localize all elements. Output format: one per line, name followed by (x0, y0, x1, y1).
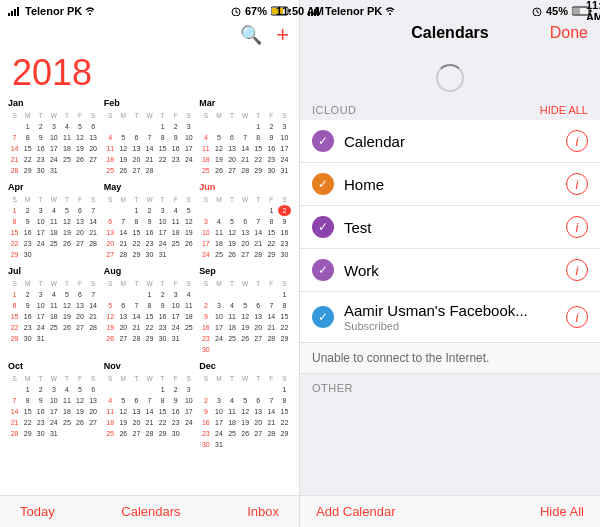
cal-day[interactable]: 9 (169, 132, 182, 143)
cal-day[interactable]: 13 (252, 311, 265, 322)
cal-day[interactable]: 2 (265, 121, 278, 132)
cal-day[interactable]: 30 (199, 344, 212, 355)
cal-day[interactable]: 27 (252, 333, 265, 344)
cal-day[interactable]: 11 (226, 311, 239, 322)
cal-day[interactable] (117, 205, 130, 216)
cal-day[interactable]: 20 (117, 322, 130, 333)
cal-day[interactable]: 14 (8, 143, 21, 154)
cal-day[interactable]: 27 (87, 154, 100, 165)
cal-day[interactable]: 22 (156, 154, 169, 165)
cal-day[interactable]: 5 (239, 395, 252, 406)
cal-day[interactable]: 5 (73, 121, 86, 132)
cal-day[interactable]: 26 (73, 417, 86, 428)
cal-day[interactable]: 9 (278, 216, 291, 227)
cal-day[interactable] (265, 439, 278, 450)
cal-day[interactable]: 25 (104, 165, 117, 176)
cal-day[interactable]: 23 (265, 154, 278, 165)
done-button[interactable]: Done (550, 24, 588, 42)
cal-day[interactable]: 15 (278, 311, 291, 322)
cal-day[interactable]: 7 (143, 132, 156, 143)
cal-day[interactable] (199, 121, 212, 132)
cal-day[interactable]: 21 (8, 417, 21, 428)
cal-day[interactable]: 7 (252, 216, 265, 227)
calendar-info-button[interactable]: i (566, 306, 588, 328)
cal-day[interactable] (212, 384, 225, 395)
cal-day[interactable] (226, 121, 239, 132)
cal-day[interactable]: 18 (226, 322, 239, 333)
cal-day[interactable]: 9 (156, 300, 169, 311)
cal-day[interactable]: 14 (117, 227, 130, 238)
cal-day[interactable]: 12 (239, 406, 252, 417)
cal-day[interactable]: 15 (278, 406, 291, 417)
cal-day[interactable]: 21 (252, 238, 265, 249)
cal-day[interactable]: 8 (143, 300, 156, 311)
cal-day[interactable]: 18 (169, 227, 182, 238)
cal-day[interactable]: 18 (47, 311, 60, 322)
cal-day[interactable]: 1 (8, 205, 21, 216)
cal-day[interactable]: 30 (143, 249, 156, 260)
cal-day[interactable]: 26 (117, 165, 130, 176)
cal-day[interactable] (117, 121, 130, 132)
cal-day[interactable]: 13 (87, 395, 100, 406)
cal-day[interactable]: 3 (156, 205, 169, 216)
cal-day[interactable]: 17 (182, 143, 195, 154)
cal-day[interactable]: 26 (60, 238, 73, 249)
cal-day[interactable]: 17 (169, 311, 182, 322)
cal-day[interactable]: 16 (143, 227, 156, 238)
cal-day[interactable]: 25 (47, 322, 60, 333)
cal-day[interactable]: 11 (182, 300, 195, 311)
cal-day[interactable]: 5 (104, 300, 117, 311)
cal-day[interactable]: 11 (47, 216, 60, 227)
cal-day[interactable]: 7 (239, 132, 252, 143)
cal-day[interactable]: 6 (87, 121, 100, 132)
cal-day[interactable]: 5 (60, 289, 73, 300)
cal-day[interactable]: 24 (47, 154, 60, 165)
cal-day[interactable]: 29 (156, 428, 169, 439)
hide-all-button[interactable]: HIDE ALL (540, 104, 588, 116)
cal-day[interactable] (130, 121, 143, 132)
cal-day[interactable]: 4 (47, 205, 60, 216)
cal-day[interactable] (265, 344, 278, 355)
cal-day[interactable]: 12 (73, 395, 86, 406)
cal-day[interactable]: 26 (104, 333, 117, 344)
cal-day[interactable] (60, 333, 73, 344)
cal-day[interactable]: 23 (34, 417, 47, 428)
cal-day[interactable] (239, 289, 252, 300)
cal-day[interactable]: 17 (182, 406, 195, 417)
cal-day[interactable]: 20 (73, 227, 86, 238)
cal-day[interactable]: 24 (34, 322, 47, 333)
cal-day[interactable]: 22 (130, 238, 143, 249)
cal-day[interactable] (87, 428, 100, 439)
cal-day[interactable]: 11 (199, 143, 212, 154)
calendar-info-button[interactable]: i (566, 216, 588, 238)
cal-day[interactable]: 19 (182, 227, 195, 238)
cal-day[interactable]: 28 (130, 333, 143, 344)
cal-day[interactable]: 22 (8, 322, 21, 333)
cal-day[interactable]: 14 (143, 406, 156, 417)
cal-day[interactable] (60, 165, 73, 176)
cal-day[interactable]: 14 (265, 311, 278, 322)
cal-day[interactable]: 10 (156, 216, 169, 227)
cal-day[interactable]: 4 (182, 289, 195, 300)
cal-day[interactable] (212, 344, 225, 355)
cal-day[interactable]: 7 (87, 205, 100, 216)
cal-day[interactable] (252, 439, 265, 450)
cal-day[interactable]: 2 (278, 205, 291, 216)
cal-day[interactable] (212, 289, 225, 300)
cal-day[interactable]: 24 (182, 154, 195, 165)
cal-day[interactable]: 23 (169, 417, 182, 428)
cal-day[interactable]: 31 (47, 165, 60, 176)
cal-day[interactable]: 22 (252, 154, 265, 165)
cal-day[interactable]: 24 (47, 417, 60, 428)
cal-day[interactable]: 16 (199, 417, 212, 428)
cal-day[interactable]: 20 (73, 311, 86, 322)
cal-day[interactable]: 23 (278, 238, 291, 249)
cal-day[interactable]: 8 (278, 300, 291, 311)
cal-day[interactable]: 7 (117, 216, 130, 227)
cal-day[interactable]: 7 (130, 300, 143, 311)
cal-day[interactable]: 30 (21, 249, 34, 260)
cal-day[interactable]: 2 (199, 395, 212, 406)
cal-day[interactable]: 9 (21, 216, 34, 227)
cal-day[interactable]: 16 (21, 311, 34, 322)
cal-day[interactable]: 6 (226, 132, 239, 143)
